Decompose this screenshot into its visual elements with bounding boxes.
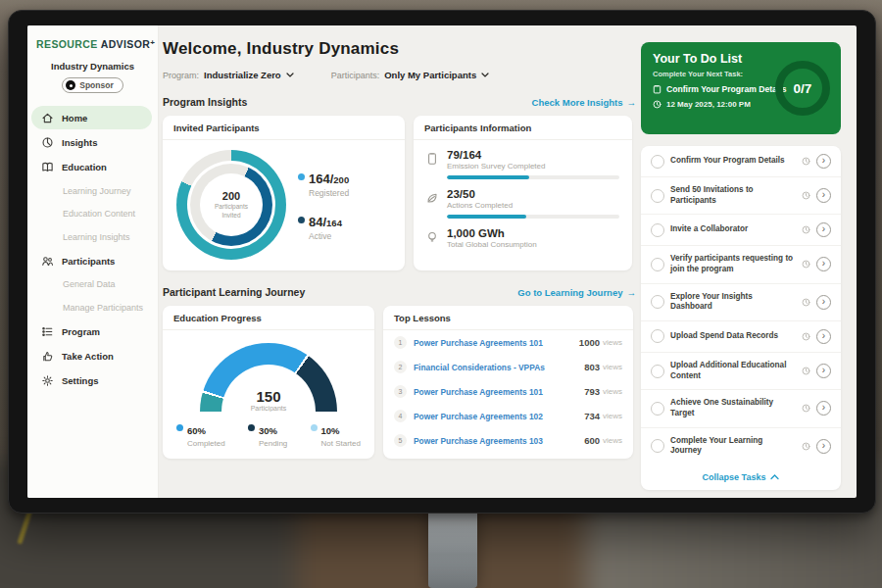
lesson-row[interactable]: 5 Power Purchase Agreements 103 600 view… <box>383 428 633 453</box>
task-row-explore-insights[interactable]: Explore Your Insights Dashboard › <box>641 284 841 321</box>
task-row-upload-educational-content[interactable]: Upload Additional Educational Content › <box>641 353 841 390</box>
task-row-invite-collaborator[interactable]: Invite a Collaborator › <box>641 215 841 246</box>
task-checkbox[interactable] <box>651 155 664 169</box>
sponsor-badge-icon <box>66 80 75 90</box>
top-lessons-card-title: Top Lessons <box>383 306 633 330</box>
stat-total-consumption: 1,000 GWh Total Global Consumption <box>425 227 619 249</box>
lesson-views-label: views <box>603 338 622 347</box>
lesson-row[interactable]: 4 Power Purchase Agreements 102 734 view… <box>383 404 633 428</box>
sidebar-item-label: Learning Insights <box>63 232 130 242</box>
sidebar-item-education[interactable]: Education <box>27 155 158 179</box>
sidebar-item-label: Education Content <box>63 209 135 219</box>
invited-participants-donut: 200 Participants Invited <box>176 150 286 260</box>
chevron-right-button[interactable]: › <box>816 188 831 203</box>
task-checkbox[interactable] <box>651 402 664 416</box>
participants-filter-value: Only My Participants <box>384 70 476 80</box>
task-row-upload-spend-data[interactable]: Upload Spend Data Records › <box>641 321 841 353</box>
check-more-insights-link[interactable]: Check More Insights → <box>532 97 636 108</box>
task-checkbox[interactable] <box>651 223 664 237</box>
task-checkbox[interactable] <box>651 258 664 271</box>
sidebar-item-program[interactable]: Program <box>27 319 158 344</box>
lesson-row[interactable]: 1 Power Purchase Agreements 101 1000 vie… <box>383 330 633 355</box>
task-row-achieve-target[interactable]: Achieve One Sustainability Target › <box>641 390 841 427</box>
participants-filter-label: Participants: <box>331 71 380 80</box>
lesson-views-label: views <box>603 363 622 371</box>
sidebar-item-learning-insights[interactable]: Learning Insights <box>27 225 158 249</box>
chevron-right-button[interactable]: › <box>816 222 831 237</box>
clipboard-icon <box>653 84 662 94</box>
lesson-link[interactable]: Power Purchase Agreements 101 <box>414 387 584 397</box>
go-to-learning-journey-label: Go to Learning Journey <box>517 287 622 298</box>
chevron-right-button[interactable]: › <box>816 439 831 454</box>
lesson-rank-badge: 4 <box>394 410 407 422</box>
stat-bar-fill <box>447 215 526 219</box>
chevron-right-button[interactable]: › <box>816 364 831 378</box>
task-checkbox[interactable] <box>651 295 664 309</box>
go-to-learning-journey-link[interactable]: Go to Learning Journey → <box>517 287 636 298</box>
lesson-link[interactable]: Power Purchase Agreements 102 <box>414 412 584 421</box>
lesson-link[interactable]: Financial Considerations - VPPAs <box>414 363 584 372</box>
clock-icon <box>802 367 810 375</box>
lesson-views-label: views <box>603 436 622 445</box>
task-checkbox[interactable] <box>651 189 664 203</box>
logo-secondary: ADVISOR <box>101 38 151 50</box>
sidebar-item-label: Take Action <box>62 351 114 362</box>
participants-information-card-title: Participants Information <box>414 116 632 140</box>
lesson-link[interactable]: Power Purchase Agreements 101 <box>414 338 579 348</box>
program-filter-dropdown[interactable]: Program: Industrialize Zero <box>163 70 294 80</box>
filter-bar: Program: Industrialize Zero Participants… <box>163 70 636 80</box>
sidebar-item-label: Settings <box>62 375 98 386</box>
task-label: Upload Spend Data Records <box>670 331 796 342</box>
task-row-verify-participants[interactable]: Verify participants requesting to join t… <box>641 246 841 283</box>
registered-dot <box>298 173 305 180</box>
task-checkbox[interactable] <box>651 329 664 343</box>
chevron-right-button[interactable]: › <box>816 401 831 416</box>
sidebar-item-learning-journey[interactable]: Learning Journey <box>27 179 158 203</box>
pending-label: Pending <box>259 439 287 448</box>
stat-value: 23/50 <box>447 188 619 200</box>
chevron-right-button[interactable]: › <box>816 329 831 344</box>
task-checkbox[interactable] <box>651 439 664 453</box>
task-row-send-invitations[interactable]: Send 50 Invitations to Participants › <box>641 177 841 215</box>
clock-icon <box>653 100 662 109</box>
pending-pct: 30% <box>259 425 277 436</box>
participants-filter-dropdown[interactable]: Participants: Only My Participants <box>331 70 490 80</box>
gauge-center-label: Participants <box>200 405 337 412</box>
sidebar-item-home[interactable]: Home <box>31 106 152 129</box>
todo-column: Your To Do List Complete Your Next Task:… <box>641 42 841 498</box>
education-progress-card: Education Progress 150 Participants <box>163 306 374 459</box>
sidebar-item-manage-participants[interactable]: Manage Participants <box>27 296 158 319</box>
sidebar-item-label: Education <box>62 162 107 172</box>
lesson-views: 793 <box>584 386 600 397</box>
collapse-tasks-link[interactable]: Collapse Tasks <box>641 465 841 490</box>
task-row-confirm-program[interactable]: Confirm Your Program Details › <box>641 146 841 177</box>
sidebar-item-education-content[interactable]: Education Content <box>27 203 158 226</box>
stat-value: 79/164 <box>447 149 619 161</box>
task-checkbox[interactable] <box>651 365 664 378</box>
lesson-row[interactable]: 3 Power Purchase Agreements 101 793 view… <box>383 379 633 404</box>
lesson-row[interactable]: 2 Financial Considerations - VPPAs 803 v… <box>383 355 633 379</box>
stat-value: 1,000 GWh <box>447 227 619 239</box>
chevron-right-button[interactable]: › <box>816 257 831 271</box>
stat-bar <box>447 175 619 179</box>
stat-bar <box>447 215 619 219</box>
active-numerator: 84/ <box>309 215 326 229</box>
todo-progress-ring: 0/7 <box>775 61 830 116</box>
task-row-complete-learning-journey[interactable]: Complete Your Learning Journey › <box>641 428 841 465</box>
chevron-right-button[interactable]: › <box>816 295 831 310</box>
sidebar-item-general-data[interactable]: General Data <box>27 273 158 297</box>
completed-dot <box>176 424 183 431</box>
invited-participants-card-title: Invited Participants <box>163 116 405 140</box>
todo-header-card: Your To Do List Complete Your Next Task:… <box>641 42 841 134</box>
clock-icon <box>802 260 810 269</box>
sidebar: RESOURCE ADVISOR+ Industry Dynamics Spon… <box>27 25 159 498</box>
sidebar-item-take-action[interactable]: Take Action <box>27 344 158 368</box>
sidebar-item-settings[interactable]: Settings <box>27 368 158 393</box>
lesson-link[interactable]: Power Purchase Agreements 103 <box>414 436 584 446</box>
chevron-right-button[interactable]: › <box>816 154 831 169</box>
sidebar-item-participants[interactable]: Participants <box>27 249 158 273</box>
legend-completed: 60% Completed <box>176 420 225 448</box>
lesson-rank-badge: 3 <box>394 385 407 398</box>
insights-icon <box>41 136 54 149</box>
sidebar-item-insights[interactable]: Insights <box>27 130 158 155</box>
